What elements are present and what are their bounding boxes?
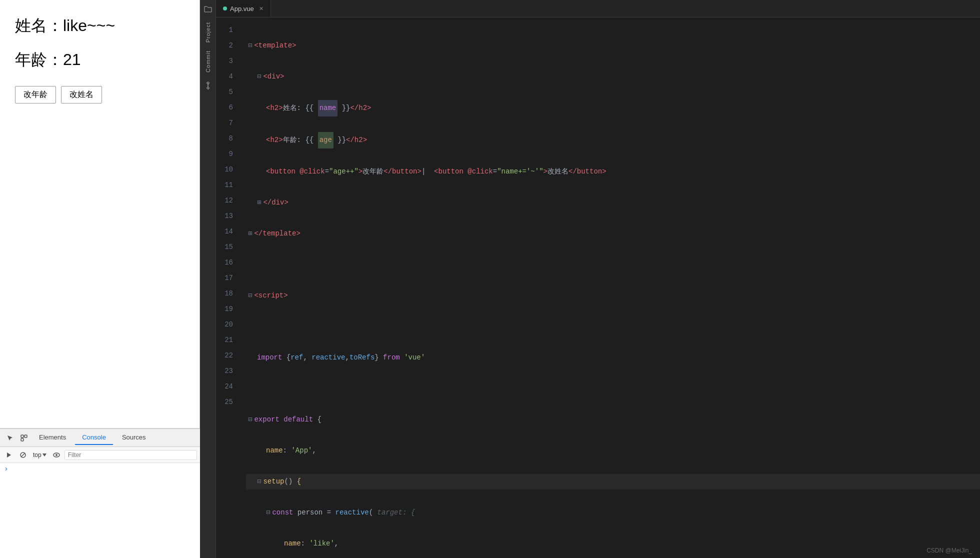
run-icon[interactable] [3,449,15,461]
code-line-10 [246,319,980,334]
code-line-12 [246,381,980,396]
svg-rect-0 [21,435,24,438]
svg-marker-3 [7,452,11,458]
eye-icon[interactable] [50,449,62,461]
top-label: top [33,452,42,458]
svg-rect-1 [24,435,27,438]
tab-elements[interactable]: Elements [32,430,73,445]
svg-point-9 [207,87,209,89]
console-prompt: › [4,465,8,473]
sidebar-project-label[interactable]: Project [205,18,211,46]
git-icon[interactable] [201,78,215,92]
name-value: like~~~ [63,16,115,34]
svg-point-7 [56,454,58,456]
change-name-button[interactable]: 改姓名 [61,86,102,104]
code-line-7: ⊞</template> [246,226,980,242]
code-line-15: ⊟setup() { [246,474,980,490]
inspect-element-icon[interactable] [18,432,30,444]
vue-file-icon [223,6,227,10]
svg-rect-2 [21,438,24,441]
cursor-icon[interactable] [4,432,16,444]
code-line-2: ⊟<div> [246,69,980,84]
age-display: 年龄：21 [15,49,184,71]
block-icon[interactable] [17,449,29,461]
change-age-button[interactable]: 改年龄 [15,86,56,104]
svg-line-5 [21,453,25,457]
preview-buttons: 改年龄 改姓名 [15,86,184,104]
line-numbers: 12345 678910 1112131415 1617181920 21222… [216,18,241,558]
code-line-8 [246,257,980,272]
svg-point-8 [207,82,209,84]
tab-filename: App.vue [230,5,254,12]
code-line-3: <h2>姓名: {{ name }}</h2> [246,100,980,116]
top-context-select[interactable]: top [31,450,48,460]
code-editor: 12345 678910 1112131415 1617181920 21222… [216,18,980,558]
code-content: ⊟<template> ⊟<div> <h2>姓名: {{ name }}</h… [241,18,980,558]
code-line-6: ⊞</div> [246,195,980,210]
devtools-tabs: Elements Console Sources [0,429,200,447]
age-label: 年龄： [15,50,63,68]
tab-sources[interactable]: Sources [115,430,153,445]
ide-sidebar: Project Commit [200,0,216,558]
tab-console[interactable]: Console [75,430,113,445]
code-line-5: <button @click="age++">改年龄</button>| <bu… [246,164,980,180]
code-line-13: ⊟export default { [246,412,980,428]
age-value: 21 [63,50,81,68]
code-line-9: ⊟<script> [246,288,980,304]
code-line-1: ⊟<template> [246,38,980,54]
watermark: CSDN @MeiJin_ [926,547,972,554]
app-vue-tab[interactable]: App.vue ✕ [216,0,271,17]
sidebar-commit-label[interactable]: Commit [205,46,211,76]
name-label: 姓名： [15,16,63,34]
code-line-4: <h2>年龄: {{ age }}</h2> [246,132,980,148]
console-output: › [0,463,200,558]
code-line-17: name: 'like', [246,536,980,552]
code-line-14: name: 'App', [246,443,980,458]
folder-icon[interactable] [201,2,215,16]
code-line-11: import {ref, reactive,toRefs} from 'vue' [246,350,980,366]
filter-input[interactable] [64,450,197,460]
editor-tabs: App.vue ✕ [216,0,980,18]
sidebar-commit-section: Commit [200,46,216,94]
sidebar-project-section: Project [200,0,216,46]
editor-area: App.vue ✕ 12345 678910 1112131415 161718… [216,0,980,558]
devtools-toolbar: top [0,447,200,463]
name-display: 姓名：like~~~ [15,15,184,37]
tab-close-icon[interactable]: ✕ [259,6,264,12]
code-line-16: ⊟const person = reactive( target: { [246,505,980,520]
